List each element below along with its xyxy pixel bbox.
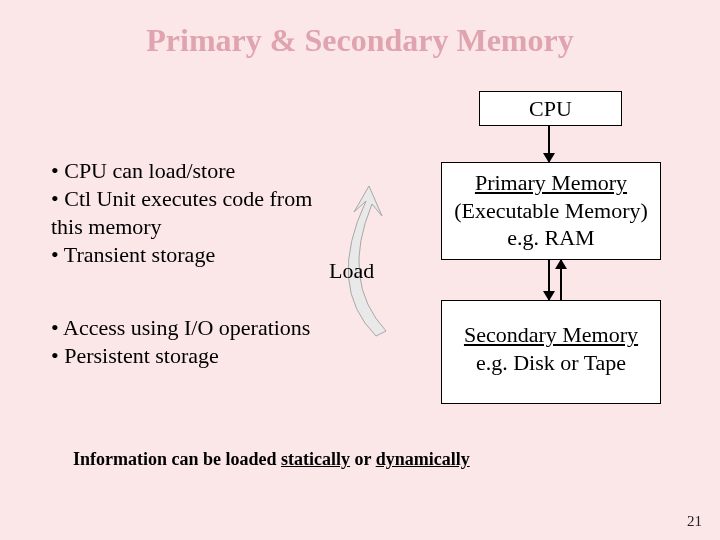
primary-subtitle: (Executable Memory) xyxy=(442,197,660,225)
footnote-prefix: Information can be loaded xyxy=(73,449,281,469)
bullet-item: • Ctl Unit executes code from this memor… xyxy=(51,185,341,241)
footnote-middle: or xyxy=(350,449,376,469)
bullet-item: • Transient storage xyxy=(51,241,341,269)
primary-title: Primary Memory xyxy=(442,169,660,197)
primary-example: e.g. RAM xyxy=(442,224,660,252)
load-label: Load xyxy=(329,258,374,284)
bullet-item: • Persistent storage xyxy=(51,342,351,370)
slide-title: Primary & Secondary Memory xyxy=(0,22,720,59)
footnote: Information can be loaded statically or … xyxy=(73,449,470,470)
arrow-cpu-to-primary xyxy=(548,126,550,162)
page-number: 21 xyxy=(687,513,702,530)
secondary-memory-box: Secondary Memory e.g. Disk or Tape xyxy=(441,300,661,404)
secondary-example: e.g. Disk or Tape xyxy=(442,349,660,377)
cpu-box: CPU xyxy=(479,91,622,126)
arrow-primary-to-secondary-down xyxy=(548,260,550,300)
secondary-title: Secondary Memory xyxy=(442,321,660,349)
primary-bullets: • CPU can load/store • Ctl Unit executes… xyxy=(51,157,341,270)
arrow-secondary-to-primary-up xyxy=(560,260,562,300)
footnote-word-statically: statically xyxy=(281,449,350,469)
cpu-label: CPU xyxy=(529,96,572,122)
bullet-item: • CPU can load/store xyxy=(51,157,341,185)
primary-memory-box: Primary Memory (Executable Memory) e.g. … xyxy=(441,162,661,260)
footnote-word-dynamically: dynamically xyxy=(376,449,470,469)
